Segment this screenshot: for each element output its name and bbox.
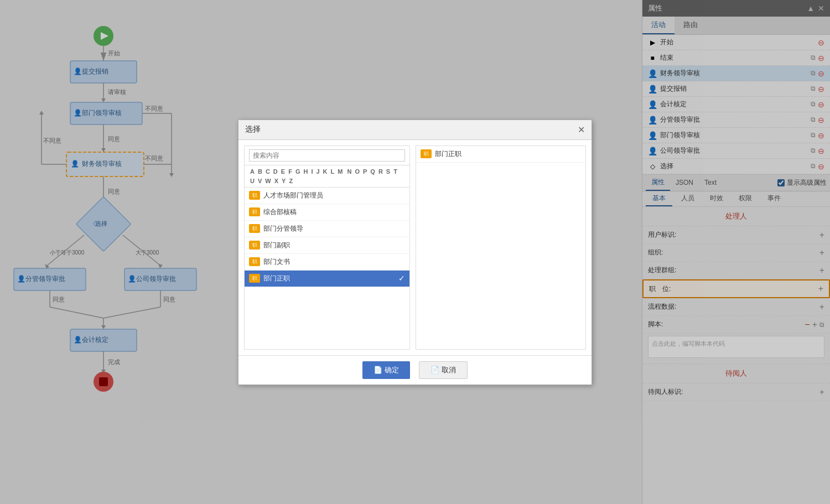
alpha-J[interactable]: J (315, 168, 320, 176)
item-text-3: 部门副职 (263, 241, 405, 250)
item-icon-4: 职 (249, 257, 260, 266)
alpha-Y[interactable]: Y (281, 177, 287, 185)
alpha-A[interactable]: A (249, 168, 256, 176)
alpha-Q[interactable]: Q (369, 168, 376, 176)
item-text-2: 部门分管领导 (263, 224, 405, 233)
alpha-X[interactable]: X (273, 177, 279, 185)
list-item-2[interactable]: 职 部门分管领导 (245, 221, 409, 237)
alpha-E[interactable]: E (280, 168, 286, 176)
item-icon-5: 职 (249, 274, 260, 283)
alpha-R[interactable]: R (377, 168, 384, 176)
alpha-N[interactable]: N (346, 168, 352, 176)
selected-text-0: 部门正职 (435, 149, 461, 159)
list-item-0[interactable]: 职 人才市场部门管理员 (245, 188, 409, 204)
list-items-container: 职 人才市场部门管理员 职 综合部核稿 职 部门分管领导 职 部门副职 (245, 188, 409, 349)
confirm-icon: 📄 (374, 366, 382, 374)
alpha-P[interactable]: P (362, 168, 368, 176)
alpha-D[interactable]: D (272, 168, 279, 176)
item-check-5: ✓ (398, 274, 405, 283)
alpha-Z[interactable]: Z (288, 177, 294, 185)
item-icon-3: 职 (249, 241, 260, 250)
modal-overlay[interactable]: 选择 ✕ A B C D E F G H I J K (0, 0, 830, 504)
item-text-5: 部门正职 (263, 274, 395, 283)
item-text-0: 人才市场部门管理员 (263, 191, 405, 200)
modal-right-panel: 职 部门正职 (416, 146, 586, 350)
select-modal: 选择 ✕ A B C D E F G H I J K (238, 119, 592, 385)
confirm-button[interactable]: 📄 确定 (362, 361, 410, 379)
alpha-W[interactable]: W (264, 177, 272, 185)
alpha-L[interactable]: L (330, 168, 336, 176)
alpha-V[interactable]: V (257, 177, 263, 185)
item-icon-1: 职 (249, 207, 260, 216)
search-input[interactable] (249, 149, 405, 162)
modal-footer: 📄 确定 📄 取消 (238, 355, 592, 385)
alpha-K[interactable]: K (322, 168, 329, 176)
alpha-C[interactable]: C (264, 168, 271, 176)
search-bar (245, 146, 409, 165)
alpha-M[interactable]: M (336, 168, 344, 176)
modal-header: 选择 ✕ (238, 120, 592, 140)
modal-body: A B C D E F G H I J K L M N O P (238, 140, 592, 355)
modal-title: 选择 (245, 124, 261, 134)
alpha-T[interactable]: T (392, 168, 398, 176)
alpha-O[interactable]: O (354, 168, 361, 176)
confirm-label: 确定 (385, 365, 399, 375)
list-item-1[interactable]: 职 综合部核稿 (245, 204, 409, 221)
alpha-B[interactable]: B (257, 168, 263, 176)
item-icon-2: 职 (249, 224, 260, 233)
modal-left-panel: A B C D E F G H I J K L M N O P (244, 146, 410, 350)
list-item-5[interactable]: 职 部门正职 ✓ (245, 271, 409, 287)
cancel-icon: 📄 (430, 366, 439, 374)
alpha-U[interactable]: U (249, 177, 256, 185)
alpha-I[interactable]: I (310, 168, 314, 176)
modal-close-button[interactable]: ✕ (578, 124, 585, 135)
item-text-1: 综合部核稿 (263, 207, 405, 217)
alpha-G[interactable]: G (294, 168, 302, 176)
cancel-label: 取消 (442, 365, 456, 375)
selected-item-0: 职 部门正职 (416, 146, 585, 163)
list-item-4[interactable]: 职 部门文书 (245, 254, 409, 271)
item-text-4: 部门文书 (263, 257, 405, 267)
cancel-button[interactable]: 📄 取消 (419, 361, 468, 379)
selected-icon-0: 职 (421, 149, 432, 158)
alpha-F[interactable]: F (287, 168, 293, 176)
item-icon-0: 职 (249, 191, 260, 200)
alpha-S[interactable]: S (385, 168, 391, 176)
alphabet-nav: A B C D E F G H I J K L M N O P (245, 165, 409, 188)
list-item-3[interactable]: 职 部门副职 (245, 237, 409, 254)
alpha-H[interactable]: H (302, 168, 309, 176)
